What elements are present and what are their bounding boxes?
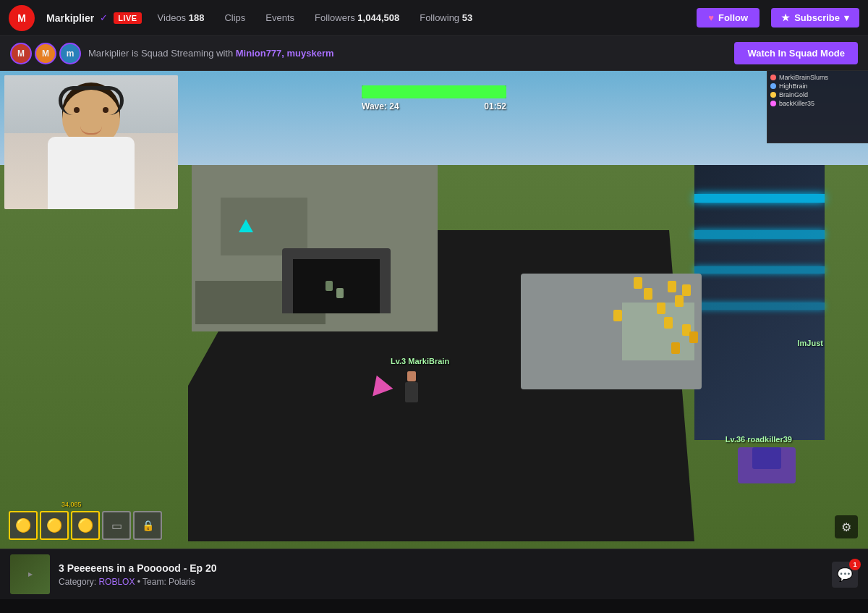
star-icon: ★ [781, 12, 790, 23]
webcam-overlay [4, 75, 178, 209]
cyber-strip-3 [694, 266, 825, 274]
channel-info: Markiplier ✓ LIVE [46, 12, 142, 24]
tunnel-opening [293, 259, 380, 313]
health-bar [362, 85, 506, 98]
mini-player-3: BrainGold [770, 91, 865, 98]
zombie-char-1 [326, 281, 333, 291]
cyan-arrow [239, 219, 253, 232]
events-nav[interactable]: Events [261, 12, 299, 23]
inv-slot-2: 🟡 [40, 511, 69, 540]
player-label-markibrain: Lv.3 MarkiBrain [391, 357, 449, 365]
squad-text: Markiplier is Squad Streaming with Minio… [88, 48, 727, 59]
roblox-char-9 [689, 331, 698, 343]
videos-nav[interactable]: Videos 188 [153, 12, 209, 23]
squad-bar: M M m Markiplier is Squad Streaming with… [0, 36, 868, 71]
inv-slot-4: ▭ [102, 511, 131, 540]
inventory-count: 34,085 [61, 501, 82, 508]
mini-player-1: MarkiBrainSlums [770, 74, 865, 81]
mini-map-content: MarkiBrainSlums HighBrain BrainGold back… [767, 71, 868, 111]
subscribe-button[interactable]: ★ Subscribe ▾ [771, 8, 859, 28]
wave-info: Wave: 24 01:52 [362, 101, 506, 111]
squad-avatar-muy: m [59, 43, 81, 64]
mini-dot-4 [770, 101, 776, 106]
zombie-char-2 [336, 288, 344, 298]
chat-badge: 1 [849, 559, 861, 570]
squad-avatar-markiplier: M [10, 43, 32, 64]
inv-slot-1: 🟡 [9, 511, 38, 540]
video-player[interactable]: Lv.3 MarkiBrain Lv.36 roadkiller39 ImJus… [0, 71, 868, 549]
inv-slot-3: 🟡 [71, 511, 100, 540]
live-badge: LIVE [114, 12, 141, 24]
person-body [48, 137, 135, 209]
smile [80, 126, 102, 135]
clips-nav[interactable]: Clips [220, 12, 250, 23]
mini-player-2: HighBrain [770, 83, 865, 90]
roblox-char-3 [675, 295, 684, 307]
settings-button[interactable]: ⚙ [835, 515, 858, 538]
gear-icon: ⚙ [841, 520, 851, 534]
mini-dot-3 [770, 92, 776, 98]
chevron-down-icon: ▾ [844, 12, 849, 23]
hud-inventory: 🟡 🟡 🟡 ▭ 🔒 [9, 511, 162, 540]
hud-wave: Wave: 24 01:52 [362, 85, 506, 111]
team-link[interactable]: Polaris [169, 577, 195, 587]
stream-title: 3 Peeeeens in a Poooood - Ep 20 [59, 562, 823, 574]
channel-avatar: M [9, 5, 35, 31]
cyber-strip-2 [694, 230, 825, 239]
stream-info: 3 Peeeeens in a Poooood - Ep 20 Category… [59, 562, 823, 587]
timer-label: 01:52 [484, 101, 506, 111]
roblox-char-1 [682, 284, 691, 296]
mini-dot-1 [770, 75, 776, 80]
top-navigation: M Markiplier ✓ LIVE Videos 188 Clips Eve… [0, 0, 868, 36]
roblox-char-8 [634, 277, 642, 289]
category-link[interactable]: ROBLOX [98, 577, 135, 587]
mini-dot-2 [770, 83, 776, 89]
cyber-strip-4 [694, 303, 825, 310]
roblox-char-5 [644, 288, 652, 300]
roblox-char-2 [668, 281, 676, 292]
squad-avatars: M M m [10, 43, 81, 64]
watch-squad-mode-button[interactable]: Watch In Squad Mode [734, 42, 858, 64]
inv-slot-5: 🔒 [133, 511, 162, 540]
verified-icon: ✓ [100, 12, 108, 23]
roblox-char-4 [657, 303, 665, 314]
roblox-char-11 [613, 310, 622, 321]
building-sub [221, 198, 307, 255]
channel-name: Markiplier [46, 12, 94, 24]
stream-thumbnail: ▶ [10, 554, 50, 594]
main-player-head [407, 371, 416, 381]
followers-nav[interactable]: Followers 1,044,508 [310, 12, 404, 23]
heart-icon: ♥ [708, 12, 714, 23]
mini-player-4: backKiller35 [770, 100, 865, 107]
cyber-strip-1 [694, 194, 825, 203]
following-nav[interactable]: Following 53 [415, 12, 477, 23]
player-label-imjust: ImJust [798, 339, 823, 347]
main-player-char [405, 382, 418, 402]
bottom-bar: ▶ 3 Peeeeens in a Poooood - Ep 20 Catego… [0, 549, 868, 599]
roblox-char-10 [671, 342, 680, 354]
enemy-turret [752, 447, 781, 469]
person-headset [59, 86, 124, 115]
chat-button[interactable]: 💬 1 [832, 562, 858, 588]
wave-label: Wave: 24 [362, 101, 399, 111]
health-bar-fill [362, 85, 506, 98]
squad-avatar-minion: M [35, 43, 56, 64]
player-label-roadkiller: Lv.36 roadkiller39 [726, 435, 792, 444]
stream-meta: Category: ROBLOX • Team: Polaris [59, 577, 823, 587]
follow-button[interactable]: ♥ Follow [697, 8, 760, 28]
roblox-char-6 [664, 317, 673, 329]
mini-map: MarkiBrainSlums HighBrain BrainGold back… [767, 71, 868, 143]
